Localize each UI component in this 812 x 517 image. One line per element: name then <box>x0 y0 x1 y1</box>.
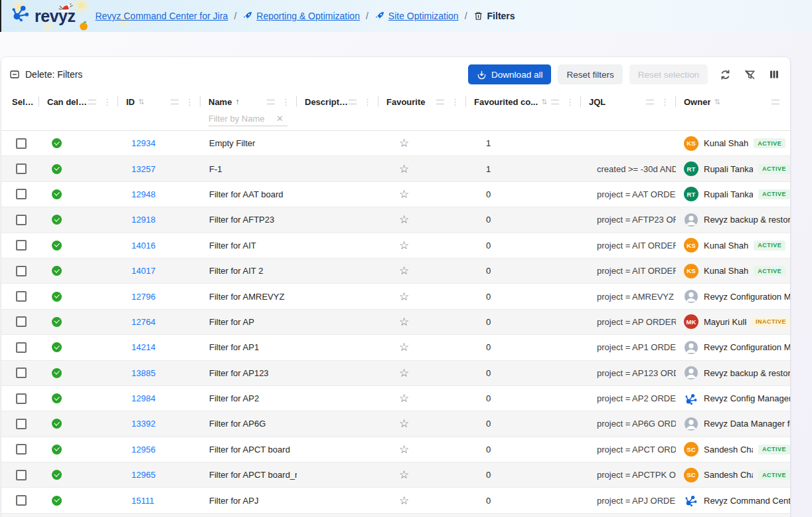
favourite-star-icon[interactable]: ☆ <box>399 342 409 353</box>
filter-id-link[interactable]: 14017 <box>131 266 155 276</box>
filter-id-link[interactable]: 12984 <box>131 393 155 403</box>
owner-name: Kunal Shah <box>704 266 748 276</box>
column-menu-icon[interactable]: ⋮ <box>564 98 576 106</box>
favourite-star-icon[interactable]: ☆ <box>399 240 409 251</box>
favourite-star-icon[interactable]: ☆ <box>399 495 409 506</box>
reset-filters-button[interactable]: Reset filters <box>558 64 622 84</box>
filter-id-link[interactable]: 13392 <box>131 419 155 429</box>
filter-id-link[interactable]: 14214 <box>131 342 155 352</box>
filter-icon[interactable] <box>436 100 444 104</box>
column-menu-icon[interactable]: ⋮ <box>362 98 373 106</box>
owner-status-badge: ACTIVE <box>758 470 790 480</box>
filter-id-link[interactable]: 13885 <box>131 368 155 378</box>
breadcrumb-link-site-optimization[interactable]: Site Optimization <box>388 11 459 21</box>
favourite-star-icon[interactable]: ☆ <box>399 316 409 328</box>
owner-avatar-generic-icon <box>684 340 698 355</box>
filter-id-link[interactable]: 12764 <box>131 317 155 327</box>
filter-icon[interactable] <box>646 100 654 104</box>
filter-name: Filter for AAT board <box>209 189 284 199</box>
row-checkbox[interactable] <box>16 163 27 174</box>
columns-icon <box>769 69 779 80</box>
row-checkbox[interactable] <box>16 444 27 455</box>
row-checkbox[interactable] <box>16 215 27 225</box>
favourite-star-icon[interactable]: ☆ <box>399 469 409 480</box>
row-checkbox[interactable] <box>16 266 27 276</box>
filter-icon[interactable] <box>171 100 179 104</box>
filter-icon[interactable] <box>349 100 357 104</box>
favourite-star-icon[interactable]: ☆ <box>399 189 409 200</box>
sort-icon[interactable]: ⇅ <box>138 98 144 106</box>
filter-icon[interactable] <box>88 100 96 104</box>
can-delete-check-icon <box>52 496 62 506</box>
owner-status-badge: ACTIVE <box>758 189 790 199</box>
row-checkbox[interactable] <box>16 470 27 480</box>
column-header-description[interactable]: Description ⋮ <box>297 92 378 112</box>
owner-name: Revyz Command Center for <box>704 496 790 506</box>
row-checkbox[interactable] <box>16 342 27 353</box>
favourite-star-icon[interactable]: ☆ <box>399 214 409 225</box>
column-menu-icon[interactable]: ⋮ <box>184 98 195 106</box>
favourite-star-icon[interactable]: ☆ <box>399 418 409 429</box>
column-header-can-delete[interactable]: Can delete ⋮ <box>39 92 118 112</box>
revyz-logo[interactable]: revyz <box>1 1 75 31</box>
orange-fruit-decoration <box>78 21 89 31</box>
column-header-owner[interactable]: Owner ⇅ <box>676 92 790 112</box>
row-checkbox[interactable] <box>16 240 27 251</box>
filter-icon[interactable] <box>267 100 275 104</box>
can-delete-check-icon <box>52 393 62 403</box>
filter-id-link[interactable]: 13257 <box>131 164 155 174</box>
sort-icon[interactable]: ⇅ <box>714 98 720 106</box>
table-row: 12918 Filter for AFTP23 ☆ 0 project = AF… <box>1 207 790 233</box>
favourite-star-icon[interactable]: ☆ <box>399 138 409 149</box>
column-header-favourited-count[interactable]: Favourited co... ⇅ ⋮ <box>466 92 581 112</box>
column-header-id[interactable]: ID ⇅ ⋮ <box>118 92 201 112</box>
row-checkbox[interactable] <box>16 393 27 404</box>
column-settings-button[interactable] <box>768 68 781 81</box>
sort-icon[interactable]: ⇅ <box>541 98 547 106</box>
favourite-star-icon[interactable]: ☆ <box>399 367 409 379</box>
favourite-star-icon[interactable]: ☆ <box>399 291 409 302</box>
column-menu-icon[interactable]: ⋮ <box>449 98 461 106</box>
column-header-jql[interactable]: JQL ⋮ <box>581 92 676 112</box>
row-checkbox[interactable] <box>16 495 27 506</box>
filter-jql: project = AP ORDER E <box>597 317 676 327</box>
row-checkbox[interactable] <box>16 316 27 327</box>
filter-id-link[interactable]: 12934 <box>131 138 155 148</box>
column-header-name[interactable]: Name ↑ ⋮ <box>201 92 297 112</box>
filter-id-link[interactable]: 12965 <box>131 470 155 480</box>
filter-id-link[interactable]: 12948 <box>131 189 155 199</box>
filter-id-link[interactable]: 14016 <box>131 241 155 251</box>
row-checkbox[interactable] <box>16 367 27 378</box>
column-menu-icon[interactable]: ⋮ <box>102 98 113 106</box>
name-filter-input[interactable] <box>208 114 272 124</box>
clear-filter-icon[interactable]: ✕ <box>276 114 284 124</box>
column-menu-icon[interactable]: ⋮ <box>280 98 291 106</box>
favourite-star-icon[interactable]: ☆ <box>399 393 409 404</box>
filter-icon[interactable] <box>771 100 779 104</box>
sort-ascending-icon[interactable]: ↑ <box>235 97 239 106</box>
column-header-favourite[interactable]: Favourite ⋮ <box>378 92 466 112</box>
favourite-star-icon[interactable]: ☆ <box>399 163 409 175</box>
download-all-button[interactable]: Download all <box>468 64 551 84</box>
refresh-button[interactable] <box>718 68 732 82</box>
row-checkbox[interactable] <box>16 138 27 149</box>
filter-id-link[interactable]: 12956 <box>131 445 155 455</box>
favourite-star-icon[interactable]: ☆ <box>399 444 409 455</box>
row-checkbox[interactable] <box>16 291 27 302</box>
row-checkbox[interactable] <box>16 189 27 199</box>
column-menu-icon[interactable]: ⋮ <box>659 98 671 106</box>
filter-jql: project = AP6G ORDE <box>597 419 676 429</box>
favourite-star-icon[interactable]: ☆ <box>399 265 409 276</box>
filter-id-link[interactable]: 12796 <box>131 292 155 302</box>
filter-id-link[interactable]: 12918 <box>131 215 155 225</box>
clear-filters-button[interactable] <box>743 68 757 82</box>
owner-name: Revyz Configuration Manage <box>704 292 790 302</box>
breadcrumb-link-command-center[interactable]: Revyz Command Center for Jira <box>95 11 228 21</box>
filter-id-link[interactable]: 15111 <box>131 496 154 506</box>
name-filter-field[interactable]: ✕ <box>208 114 287 126</box>
reset-selection-button[interactable]: Reset selection <box>629 64 708 84</box>
breadcrumb-link-reporting-optimization[interactable]: Reporting & Optimization <box>256 11 360 21</box>
favourited-count: 0 <box>486 445 491 455</box>
filter-icon[interactable] <box>551 100 559 104</box>
row-checkbox[interactable] <box>16 419 27 429</box>
